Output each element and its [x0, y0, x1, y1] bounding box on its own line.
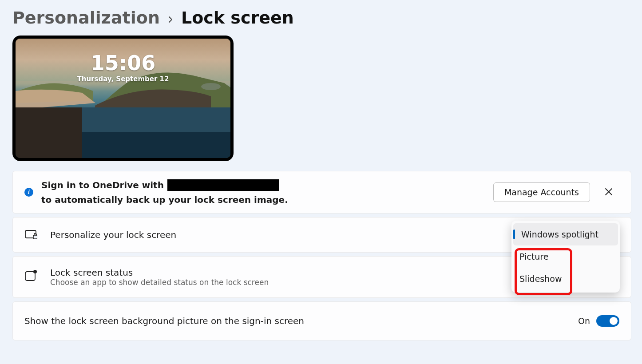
breadcrumb-parent[interactable]: Personalization — [12, 8, 160, 28]
onedrive-banner: i Sign in to OneDrive with to automatica… — [12, 171, 631, 214]
signin-bg-card: Show the lock screen background picture … — [12, 301, 631, 340]
dropdown-option-slideshow[interactable]: Slideshow — [511, 268, 620, 290]
toggle-state-text: On — [578, 316, 590, 326]
close-icon[interactable] — [598, 187, 619, 198]
dropdown-option-picture[interactable]: Picture — [511, 245, 620, 268]
banner-suffix: to automatically back up your lock scree… — [41, 194, 288, 205]
signin-bg-label: Show the lock screen background picture … — [24, 316, 578, 326]
svg-point-3 — [201, 83, 221, 90]
breadcrumb: Personalization Lock screen — [12, 8, 631, 28]
chevron-right-icon — [167, 13, 174, 26]
svg-point-7 — [33, 270, 37, 273]
status-title: Lock screen status — [50, 267, 589, 278]
personalize-dropdown: Windows spotlight Picture Slideshow — [511, 221, 620, 293]
redacted-email — [167, 179, 279, 191]
info-icon: i — [24, 188, 33, 197]
preview-time: 15:06 — [91, 51, 155, 75]
breadcrumb-current: Lock screen — [181, 8, 294, 28]
manage-accounts-button[interactable]: Manage Accounts — [493, 182, 590, 202]
banner-text: Sign in to OneDrive with to automaticall… — [41, 179, 485, 205]
banner-prefix: Sign in to OneDrive with — [41, 180, 164, 190]
svg-rect-2 — [82, 132, 230, 158]
svg-rect-6 — [25, 272, 35, 281]
signin-bg-toggle[interactable] — [596, 315, 619, 327]
monitor-lock-icon — [24, 228, 38, 241]
svg-rect-5 — [33, 235, 37, 239]
preview-date: Thursday, September 12 — [77, 75, 169, 83]
dropdown-option-spotlight[interactable]: Windows spotlight — [513, 223, 618, 245]
status-subtitle: Choose an app to show detailed status on… — [50, 278, 589, 287]
app-badge-icon — [24, 269, 38, 282]
lock-screen-preview[interactable]: 15:06 Thursday, September 12 — [12, 36, 234, 161]
